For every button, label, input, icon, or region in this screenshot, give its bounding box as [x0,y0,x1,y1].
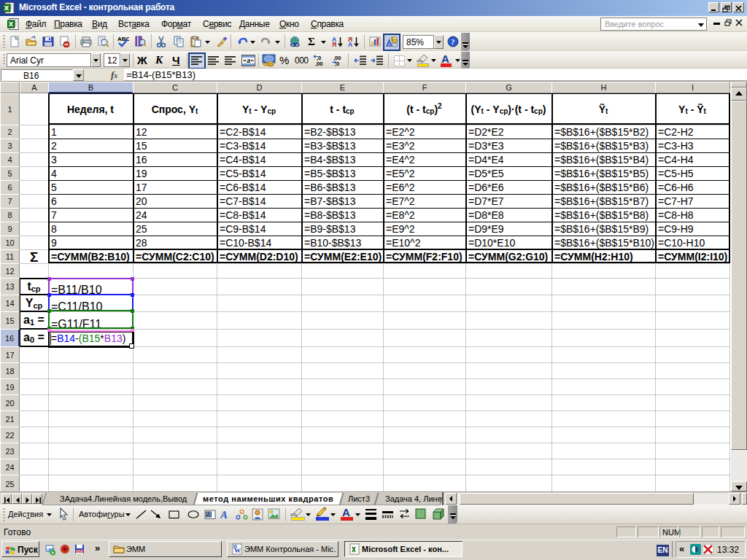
svg-text:A: A [220,509,228,521]
svg-text:Σ: Σ [308,36,315,47]
svg-text:?: ? [451,37,455,46]
svg-text:Я: Я [332,41,336,47]
svg-text:W: W [234,547,241,554]
svg-text:A: A [207,512,211,517]
svg-text:,00: ,00 [315,61,322,66]
svg-text:a: a [247,56,250,64]
svg-text:ABC: ABC [117,36,129,42]
svg-text:А: А [348,41,352,47]
